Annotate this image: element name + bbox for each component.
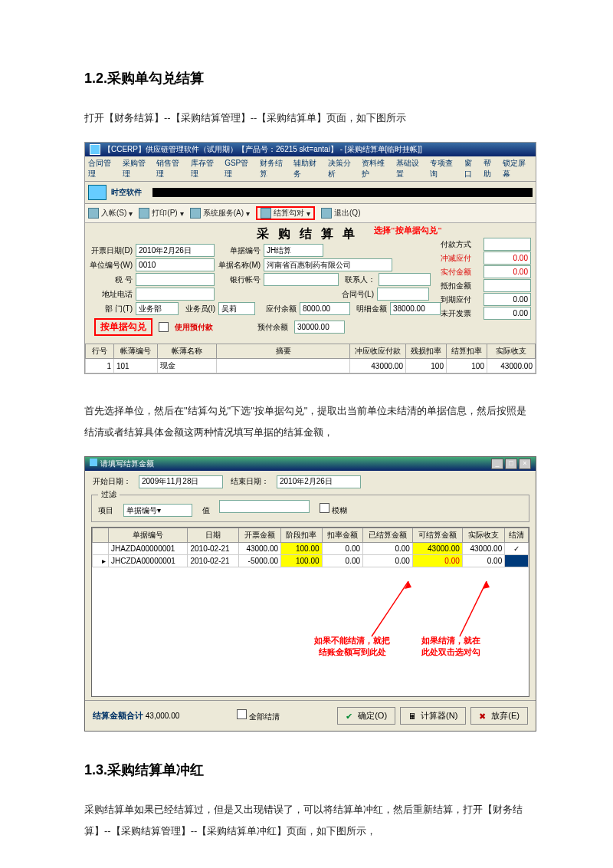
input-value[interactable] — [219, 500, 310, 513]
val-dqyf[interactable]: 0.00 — [484, 293, 531, 306]
lbl-djbh: 单据编号 — [218, 245, 261, 256]
input-contract[interactable] — [377, 288, 429, 301]
annotations: 如果不能结清，就把 结账金额写到此处 如果结清，就在 此处双击选对勾 — [92, 581, 529, 652]
folder-icon — [88, 185, 107, 200]
paragraph-outro: 采购结算单如果已经结算过，但是又出现错误了，可以将结算单冲红，然后重新结算，打开… — [84, 799, 536, 841]
toolbar-settle-match[interactable]: 结算勾对 ▾ — [256, 206, 315, 220]
toolbar-print[interactable]: 打印(P) ▾ — [139, 208, 183, 219]
heading-1-2: 1.2.采购单勾兑结算 — [84, 69, 536, 87]
input-mxje: 38000.00 — [390, 302, 441, 315]
lbl-sum: 结算金额合计 — [93, 711, 143, 720]
val-dkje[interactable] — [484, 279, 531, 292]
lbl-taxno: 税 号 — [90, 275, 133, 285]
result-table-wrap: 单据编号 日期 开票金额 阶段扣率 扣率金额 已结算金额 可结算金额 实际收支 … — [91, 527, 529, 697]
input-end-date[interactable]: 2010年2月26日 — [277, 475, 361, 488]
input-yfye2: 30000.00 — [294, 321, 345, 334]
val-wkfp[interactable]: 0.00 — [484, 307, 531, 320]
close-button[interactable]: × — [519, 459, 531, 469]
col-docno: 单据编号 — [109, 528, 188, 543]
lbl-dqyf: 到期应付 — [441, 294, 471, 305]
lbl-dwmc: 单据名称(M) — [218, 260, 261, 271]
menu-query[interactable]: 专项查询 — [430, 158, 460, 179]
annotation-select: 选择"按单据勾兑" — [374, 225, 442, 236]
window-title-bar: 【CCERP】供应链管理软件（试用期）【产品号：26215 skt=antai】… — [85, 143, 536, 156]
input-addr[interactable] — [136, 288, 215, 301]
menu-contract[interactable]: 合同管理 — [88, 158, 118, 179]
toolbar-exit[interactable]: 退出(Q) — [321, 208, 360, 219]
checkbox-clearall[interactable] — [237, 709, 247, 719]
input-start-date[interactable]: 2009年11月28日 — [139, 475, 223, 488]
table-row[interactable]: 1 101 现金 43000.00 100 100 43000.00 — [86, 359, 536, 373]
calculator-icon: 🖩 — [408, 712, 418, 721]
lbl-start: 开始日期： — [93, 476, 131, 487]
input-taxno[interactable] — [136, 273, 215, 286]
form-area: 选择"按单据勾兑" 采购结算单 付款方式 冲减应付0.00 实付金额0.00 抵… — [85, 223, 536, 344]
col-cansettle: 可结算金额 — [412, 528, 462, 543]
maximize-button[interactable]: □ — [505, 459, 517, 469]
screenshot-2: 请填写结算金额 _ □ × 开始日期： 2009年11月28日 结束日期： 20… — [84, 456, 536, 732]
col-row: 行号 — [86, 344, 114, 359]
menu-lock[interactable]: 锁定屏幕 — [503, 158, 533, 179]
annotation-by-doc: 按单据勾兑 — [94, 318, 152, 336]
checkbox-prepay[interactable] — [159, 322, 169, 332]
dialog-title: 请填写结算金额 — [100, 459, 154, 468]
menu-base[interactable]: 基础设置 — [396, 158, 426, 179]
svg-marker-3 — [483, 581, 490, 589]
filter-legend: 过滤 — [98, 489, 120, 500]
input-dept[interactable]: 业务部 — [136, 302, 179, 315]
calculator-button[interactable]: 🖩计算器(N) — [400, 707, 466, 725]
heading-1-3: 1.3.采购结算单冲红 — [84, 761, 536, 779]
lbl-yfye2: 预付余额 — [250, 322, 288, 333]
menu-sales[interactable]: 销售管理 — [156, 158, 186, 179]
cancel-button[interactable]: ✖放弃(E) — [470, 707, 528, 725]
menu-window[interactable]: 窗口 — [464, 158, 479, 179]
table-row[interactable]: JHAZDA00000001 2010-02-21 43000.00 100.0… — [93, 543, 529, 555]
lbl-sfje: 实付金额 — [441, 267, 471, 278]
menu-data[interactable]: 资料维护 — [362, 158, 392, 179]
menu-analysis[interactable]: 决策分析 — [328, 158, 358, 179]
val-sfje[interactable]: 0.00 — [484, 265, 531, 278]
checkbox-fuzzy[interactable] — [320, 503, 329, 513]
input-bank[interactable] — [264, 273, 339, 286]
input-dwbh[interactable]: 0010 — [136, 258, 215, 271]
lbl-addr: 地址电话 — [90, 289, 133, 300]
minimize-button[interactable]: _ — [491, 459, 503, 469]
annotation-cannot-clear: 如果不能结清，就把 结账金额写到此处 — [314, 635, 390, 657]
menu-help[interactable]: 帮助 — [484, 158, 498, 179]
menu-purchase[interactable]: 采购管理 — [123, 158, 152, 179]
lbl-yfye: 应付余额 — [258, 304, 297, 314]
toolbar-save[interactable]: 入帐(S) ▾ — [88, 208, 133, 219]
table-row[interactable]: ▸ JHCZDA00000001 2010-02-21 -5000.00 100… — [93, 555, 529, 567]
menu-bar[interactable]: 合同管理 采购管理 销售管理 库存管理 GSP管理 财务结算 辅助财务 决策分析… — [85, 156, 536, 182]
ok-button[interactable]: ✔确定(O) — [337, 707, 395, 725]
lbl-contract: 合同号(L) — [340, 289, 374, 300]
input-djbh[interactable]: JH结算 — [264, 244, 323, 257]
paragraph-intro: 打开【财务结算】--【采购结算管理】--【采购结算单】页面，如下图所示 — [84, 107, 536, 128]
val-fkfs[interactable] — [484, 238, 531, 251]
screenshot-1: 【CCERP】供应链管理软件（试用期）【产品号：26215 skt=antai】… — [84, 142, 536, 374]
col-clear: 结清 — [505, 528, 529, 543]
lbl-mxje: 明细金额 — [353, 304, 387, 314]
exit-icon — [321, 208, 332, 219]
select-item[interactable]: 单据编号 ▾ — [123, 504, 192, 517]
input-dwmc[interactable]: 河南省百惠制药有限公司 — [264, 258, 392, 271]
right-summary-panel: 付款方式 冲减应付0.00 实付金额0.00 抵扣金额 到期应付0.00 未开发… — [441, 237, 531, 321]
col-settled: 已结算金额 — [363, 528, 413, 543]
input-yfye: 8000.00 — [300, 302, 350, 315]
lbl-fkfs: 付款方式 — [441, 239, 471, 250]
toolbar-sys[interactable]: 系统服务(A) ▾ — [190, 208, 250, 219]
menu-finance[interactable]: 财务结算 — [260, 158, 290, 179]
menu-stock[interactable]: 库存管理 — [191, 158, 221, 179]
menu-gsp[interactable]: GSP管理 — [225, 158, 255, 179]
menu-auxfin[interactable]: 辅助财务 — [293, 158, 323, 179]
paragraph-mid: 首先选择单位，然后在"结算勾兑"下选"按单据勾兑"，提取出当前单位未结清的单据信… — [84, 400, 536, 442]
col-bookno: 帐薄编号 — [114, 344, 158, 359]
filter-group: 过滤 项目 单据编号 ▾ 值 模糊 — [91, 495, 529, 523]
lbl-prepay: 使用预付款 — [175, 322, 213, 333]
dialog-title-bar: 请填写结算金额 _ □ × — [85, 457, 536, 471]
input-contact[interactable] — [379, 273, 431, 286]
input-date[interactable]: 2010年2月26日 — [136, 244, 215, 257]
col-bookname: 帐薄名称 — [158, 344, 217, 359]
input-clerk[interactable]: 吴莉 — [218, 302, 255, 315]
val-cjyf[interactable]: 0.00 — [484, 252, 531, 265]
